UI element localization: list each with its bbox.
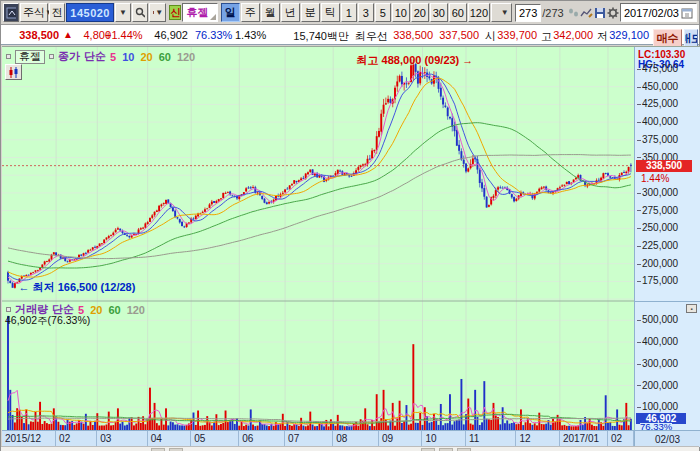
legend-box-icon[interactable]	[6, 54, 11, 59]
settings-button[interactable]	[607, 4, 619, 21]
ma-period-label: 120	[177, 51, 195, 63]
volume-tick: 300,000	[637, 358, 699, 369]
period-button[interactable]: 년	[281, 3, 300, 22]
ma-period-label: 120	[127, 304, 145, 316]
price-tick: 300,000	[637, 187, 699, 198]
price-tick: 450,000	[637, 81, 699, 92]
date-value: 2017/02/03	[624, 7, 679, 19]
resize-grip[interactable]	[210, 14, 216, 20]
period-button[interactable]: 일	[221, 3, 240, 22]
current-price-pct: 1.44%	[641, 173, 693, 184]
date-axis[interactable]: 2015/1202030405060708091011122017/0102 0…	[2, 430, 700, 447]
ma-period-label: 5	[110, 51, 116, 63]
candle-icon	[8, 67, 19, 78]
current-volume-text: 46,902주(76.33%)	[5, 314, 90, 328]
period-button[interactable]: 월	[261, 3, 280, 22]
interval-button[interactable]: 1	[341, 3, 357, 22]
volume-ratio: 76.33%	[195, 29, 231, 41]
gear-icon	[607, 7, 619, 19]
current-price-badge: 338,500	[636, 160, 692, 172]
interval-button[interactable]: 60	[449, 3, 467, 22]
chevron-down-icon: ▼	[501, 9, 509, 17]
ma-period-list: 5102060120	[110, 51, 195, 63]
price-tick: 400,000	[637, 116, 699, 127]
high-price: 342,000	[552, 29, 593, 41]
interval-button[interactable]: 3	[358, 3, 374, 22]
volume-tick: 200,000	[637, 380, 699, 391]
legend-stock-name[interactable]: 휴젤	[15, 50, 45, 64]
panel-divider	[635, 301, 700, 302]
period-button[interactable]: 주	[241, 3, 260, 22]
sell-button[interactable]: 매도	[684, 29, 698, 47]
trade-value: 15,740백만	[283, 29, 349, 44]
code-dropdown-button[interactable]: ▼	[115, 3, 131, 22]
stock-name-field[interactable]: 휴젤	[182, 3, 217, 22]
volume: 46,902	[143, 29, 188, 41]
low-annotation-text: 최저 166,500 (12/28)	[33, 281, 136, 293]
price-tick: 225,000	[637, 240, 699, 251]
interval-button[interactable]: 5	[375, 3, 391, 22]
app-menu-button[interactable]	[3, 3, 19, 22]
legend-box-icon[interactable]	[6, 307, 11, 312]
toolbar: 주식▼ 전 145020 ▼ ▼ 신 휴젤 일주월년분틱 13510203060…	[1, 1, 699, 24]
voice-button[interactable]: ▼	[149, 3, 166, 22]
speaker-icon	[152, 7, 154, 18]
turnover-pct: 1.43%	[235, 29, 265, 41]
interval-button-group: 13510203060120	[341, 3, 490, 22]
asset-type-label: 주식	[23, 5, 45, 20]
volume-tick: 100,000	[637, 401, 699, 412]
chevron-down-icon: ▼	[119, 9, 127, 17]
bar-total-label: /273	[542, 7, 563, 19]
up-arrow-icon: ▲	[63, 29, 73, 40]
open-price: 339,700	[496, 29, 537, 41]
legend-box-icon[interactable]	[49, 54, 54, 59]
floppy-icon	[594, 7, 606, 19]
search-icon	[135, 7, 145, 18]
low-annotation: ← 최저 166,500 (12/28)	[19, 280, 136, 295]
interval-button[interactable]: 30	[430, 3, 448, 22]
chart-window: 주식▼ 전 145020 ▼ ▼ 신 휴젤 일주월년분틱 13510203060…	[0, 0, 700, 451]
ma-period-label: 60	[159, 51, 171, 63]
legend-close-label: 종가	[58, 49, 80, 64]
calendar-icon	[681, 7, 693, 19]
interval-button[interactable]: 10	[392, 3, 410, 22]
period-button[interactable]: 틱	[321, 3, 340, 22]
open-label: 시	[485, 29, 496, 44]
bar-count-input[interactable]: 273	[515, 4, 541, 22]
search-button[interactable]	[132, 3, 148, 22]
price-tick: 200,000	[637, 258, 699, 269]
low-price: 329,100	[608, 29, 649, 41]
bottom-toolbar-cut	[1, 446, 699, 451]
buy-button[interactable]: 매수	[653, 29, 682, 47]
cursor-mode-button[interactable]	[567, 4, 579, 21]
date-input[interactable]: 2017/02/03	[620, 3, 697, 22]
stock-name: 휴젤	[186, 5, 208, 20]
high-annotation: 최고 488,000 (09/23) →	[357, 53, 474, 68]
jeon-button[interactable]: 전	[49, 3, 65, 22]
app-icon	[6, 7, 16, 19]
candlestick-chart[interactable]	[2, 47, 634, 430]
panel-collapse-button[interactable]: ▪	[686, 304, 697, 313]
ma-period-label: 10	[122, 51, 134, 63]
best-bid: 337,500	[435, 29, 479, 41]
footprints-icon	[567, 7, 579, 19]
price-tick: 425,000	[637, 98, 699, 109]
low-label: 저	[597, 29, 608, 44]
best-quote-label: 최우선	[355, 29, 388, 44]
asset-type-select[interactable]: 주식▼	[20, 3, 48, 22]
ma-period-label: 20	[90, 304, 102, 316]
chart-edit-button[interactable]	[580, 4, 593, 21]
high-annotation-text: 최고 488,000 (09/23)	[357, 54, 460, 66]
interval-select[interactable]: ▼	[491, 3, 512, 22]
stock-code-input[interactable]: 145020	[66, 3, 114, 22]
interval-button[interactable]: 120	[468, 3, 490, 22]
save-button[interactable]	[594, 4, 606, 21]
chart-type-button[interactable]	[5, 64, 22, 80]
price-tick: 275,000	[637, 205, 699, 216]
period-button[interactable]: 분	[301, 3, 320, 22]
volume-tick: 500,000	[637, 314, 699, 325]
chart-area[interactable]: 휴젤 종가 단순 5102060120 최고 488,000 (09/23) →…	[2, 46, 700, 446]
ma-period-label: 20	[140, 51, 152, 63]
volume-tick: 400,000	[637, 336, 699, 347]
interval-button[interactable]: 20	[411, 3, 429, 22]
